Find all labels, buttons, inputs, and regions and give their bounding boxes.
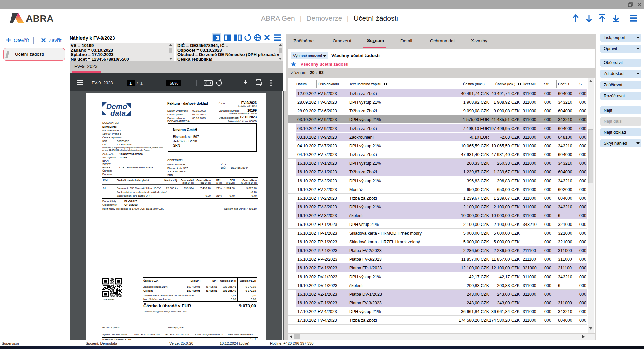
svg-text:data: data xyxy=(110,109,126,117)
